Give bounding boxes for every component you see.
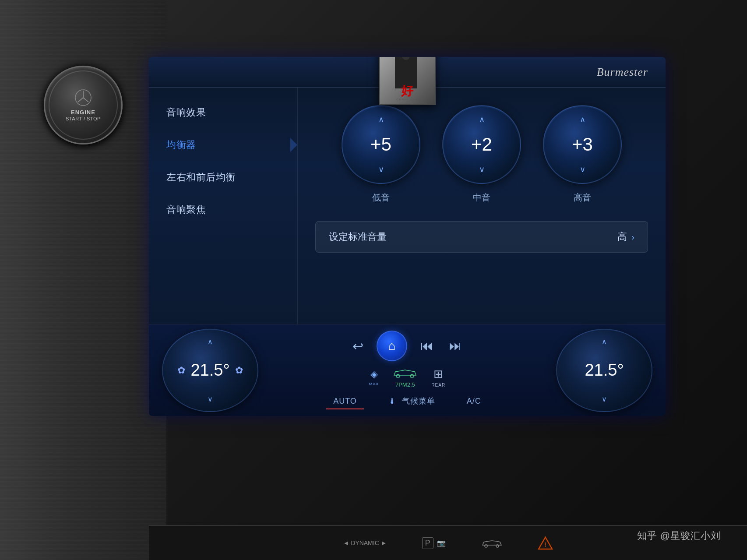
mid-value: +2 bbox=[471, 135, 492, 154]
equalizer-knobs-row: ∧ +5 ∨ 低音 ∧ +2 ∨ 中音 bbox=[315, 105, 648, 204]
left-temp-down-arrow[interactable]: ∨ bbox=[208, 395, 213, 403]
treble-value: +3 bbox=[572, 135, 593, 154]
car-menu-icon bbox=[481, 538, 503, 549]
album-art[interactable]: 好 CHRIS LEE 野蛮生长 bbox=[379, 57, 436, 105]
climate-buttons-row: AUTO 🌡 气候菜单 A/C bbox=[326, 393, 488, 410]
parking-icon: P bbox=[422, 537, 433, 549]
menu-item-equalizer[interactable]: 均衡器 bbox=[149, 129, 297, 161]
volume-value-group: 高 › bbox=[617, 230, 634, 243]
svg-text:!: ! bbox=[544, 541, 546, 548]
dynamic-control[interactable]: ◄ DYNAMIC ► bbox=[343, 539, 387, 546]
hazard-button[interactable]: ! bbox=[538, 535, 553, 551]
burmester-brand: Burmester bbox=[597, 66, 648, 79]
air-quality-item: ◈ MAX bbox=[369, 369, 379, 386]
mercedes-star-icon bbox=[74, 89, 92, 106]
bass-down-arrow[interactable]: ∨ bbox=[378, 166, 384, 173]
menu-item-focus[interactable]: 音响聚焦 bbox=[149, 194, 297, 226]
engine-label-start: ENGINE bbox=[66, 109, 101, 116]
right-controls: ∧ +5 ∨ 低音 ∧ +2 ∨ 中音 bbox=[298, 88, 666, 324]
climate-menu-button[interactable]: 🌡 气候菜单 bbox=[381, 393, 442, 410]
mid-knob-group: ∧ +2 ∨ 中音 bbox=[442, 105, 521, 204]
prev-track-button[interactable]: ⏮ bbox=[418, 336, 436, 356]
climate-info-row: ◈ MAX 7PM2.5 ⊞ REAR bbox=[360, 366, 454, 388]
right-temp-value: 21.5° bbox=[585, 361, 624, 380]
svg-point-2 bbox=[410, 374, 414, 378]
max-label: MAX bbox=[369, 382, 379, 386]
left-temp-value: 21.5° bbox=[190, 361, 229, 380]
back-button[interactable]: ↩ bbox=[350, 336, 366, 356]
engine-button-area: ENGINE START / STOP bbox=[35, 57, 131, 153]
main-screen: 好 CHRIS LEE 野蛮生长 ⚙ 媒体 Burmester 音响效果 均衡器… bbox=[149, 57, 666, 416]
left-temp-display: ✿ 21.5° ✿ bbox=[177, 361, 243, 380]
treble-knob[interactable]: ∧ +3 ∨ bbox=[543, 105, 622, 184]
svg-point-1 bbox=[396, 374, 400, 378]
volume-label: 设定标准音量 bbox=[329, 230, 387, 243]
bass-value: +5 bbox=[370, 135, 391, 154]
right-temp-control[interactable]: ∧ 21.5° ∨ bbox=[556, 329, 652, 412]
dynamic-label: ◄ DYNAMIC ► bbox=[343, 539, 387, 546]
media-climate-bar: ∧ ✿ 21.5° ✿ ∨ ↩ ⌂ ⏮ ⏭ bbox=[149, 324, 666, 416]
camera-icon: 📷 bbox=[437, 539, 446, 547]
rear-label: REAR bbox=[431, 383, 445, 387]
standard-volume-row[interactable]: 设定标准音量 高 › bbox=[315, 221, 648, 253]
air-filter-icon: ◈ bbox=[370, 369, 378, 380]
pm25-value: 7PM2.5 bbox=[395, 381, 415, 388]
home-icon: ⌂ bbox=[388, 339, 396, 353]
bass-knob[interactable]: ∧ +5 ∨ bbox=[342, 105, 420, 184]
right-temp-up-arrow[interactable]: ∧ bbox=[602, 338, 607, 346]
next-track-button[interactable]: ⏭ bbox=[447, 336, 464, 356]
menu-item-sound-effect[interactable]: 音响效果 bbox=[149, 96, 297, 129]
left-fan-icon-right: ✿ bbox=[235, 365, 243, 376]
thermometer-icon: 🌡 bbox=[388, 397, 397, 405]
center-media-controls: ↩ ⌂ ⏮ ⏭ ◈ MAX bbox=[258, 326, 556, 414]
car-button[interactable] bbox=[481, 538, 503, 549]
mid-down-arrow[interactable]: ∨ bbox=[479, 166, 485, 173]
engine-label-stop: START / STOP bbox=[66, 116, 101, 121]
left-menu: 音响效果 均衡器 左右和前后均衡 音响聚焦 bbox=[149, 88, 298, 324]
playback-controls-row: ↩ ⌂ ⏮ ⏭ bbox=[350, 331, 464, 361]
menu-item-balance[interactable]: 左右和前后均衡 bbox=[149, 161, 297, 194]
car-silhouette-icon bbox=[392, 366, 418, 380]
rear-defrost-icon: ⊞ bbox=[433, 367, 443, 381]
auto-button[interactable]: AUTO bbox=[326, 394, 364, 409]
left-temp-control[interactable]: ∧ ✿ 21.5° ✿ ∨ bbox=[162, 329, 258, 412]
engine-start-stop-button[interactable]: ENGINE START / STOP bbox=[44, 66, 123, 144]
car-interior-panel: ENGINE START / STOP bbox=[0, 0, 166, 560]
right-temp-display: 21.5° bbox=[585, 361, 624, 380]
treble-knob-group: ∧ +3 ∨ 高音 bbox=[543, 105, 622, 204]
left-fan-icon: ✿ bbox=[177, 365, 185, 376]
svg-point-0 bbox=[75, 90, 91, 106]
volume-chevron-icon: › bbox=[631, 232, 634, 242]
hazard-icon: ! bbox=[538, 535, 553, 551]
treble-down-arrow[interactable]: ∨ bbox=[580, 166, 585, 173]
bass-up-arrow[interactable]: ∧ bbox=[378, 116, 384, 123]
mid-up-arrow[interactable]: ∧ bbox=[479, 116, 485, 123]
rear-heat-item: ⊞ REAR bbox=[431, 367, 445, 387]
volume-current-value: 高 bbox=[617, 230, 627, 243]
mid-label: 中音 bbox=[473, 192, 490, 204]
content-area: 音响效果 均衡器 左右和前后均衡 音响聚焦 ∧ +5 ∨ bbox=[149, 88, 666, 324]
treble-label: 高音 bbox=[574, 192, 591, 204]
watermark: 知乎 @星骏汇小刘 bbox=[637, 529, 721, 542]
parking-button[interactable]: P 📷 bbox=[422, 537, 446, 549]
ac-button[interactable]: A/C bbox=[460, 394, 488, 409]
home-button[interactable]: ⌂ bbox=[377, 331, 407, 361]
album-art-inner: 好 CHRIS LEE 野蛮生长 bbox=[380, 57, 435, 104]
treble-up-arrow[interactable]: ∧ bbox=[580, 116, 585, 123]
bass-label: 低音 bbox=[372, 192, 390, 204]
left-temp-up-arrow[interactable]: ∧ bbox=[208, 338, 213, 346]
right-temp-down-arrow[interactable]: ∨ bbox=[602, 395, 607, 403]
car-air-item: 7PM2.5 bbox=[392, 366, 418, 388]
bass-knob-group: ∧ +5 ∨ 低音 bbox=[342, 105, 420, 204]
mid-knob[interactable]: ∧ +2 ∨ bbox=[442, 105, 521, 184]
